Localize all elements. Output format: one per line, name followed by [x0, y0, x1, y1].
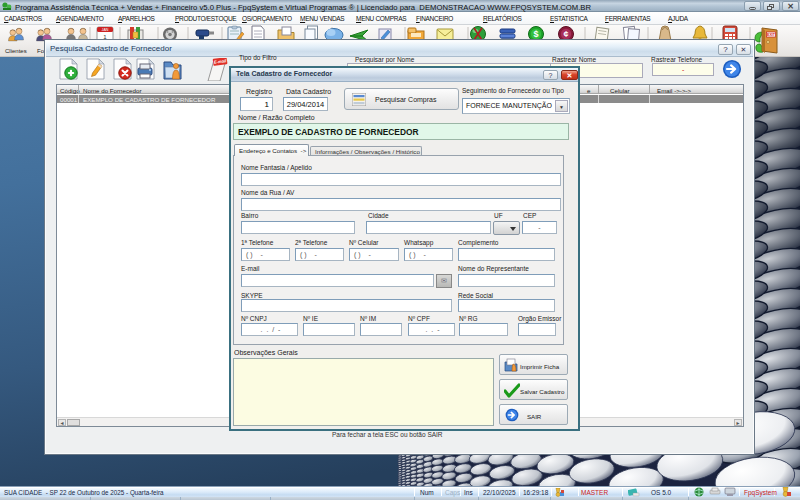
svg-text:$: $ [533, 29, 538, 39]
svg-text:JAN: JAN [102, 28, 109, 32]
svg-text:EXIT: EXIT [767, 33, 776, 37]
svg-text:¢: ¢ [563, 29, 568, 39]
